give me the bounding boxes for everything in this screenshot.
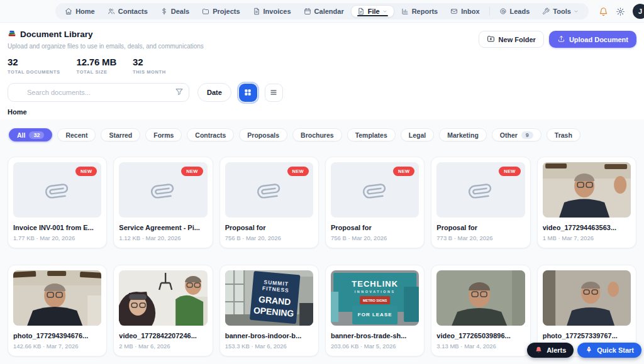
new-badge: NEW [75, 167, 97, 176]
stat-this-month: 32THIS MONTH [133, 57, 166, 75]
grid-view-button[interactable] [239, 84, 257, 102]
document-meta: 1.77 KB · Mar 20, 2026 [13, 234, 101, 241]
upload-document-button[interactable]: Upload Document [549, 31, 636, 48]
main-nav: HomeContactsDealsProjectsInvoicesCalenda… [55, 3, 589, 19]
folder-plus-icon [487, 35, 495, 44]
nav-item-leads[interactable]: Leads [494, 5, 536, 18]
thumbnail-banner-photo: SUMMITFITNESSGRANDOPENING [225, 270, 313, 326]
new-badge: NEW [499, 167, 520, 176]
user-avatar[interactable]: J [633, 4, 644, 19]
nav-item-invoices[interactable]: Invoices [247, 5, 297, 18]
dollar-icon [160, 8, 168, 15]
content-area: All32RecentStarredFormsContractsProposal… [0, 119, 644, 364]
nav-item-contacts[interactable]: Contacts [102, 5, 153, 18]
nav-item-deals[interactable]: Deals [155, 5, 195, 18]
nav-item-tools[interactable]: Tools [536, 5, 585, 18]
document-title: photo_177294394676... [13, 332, 101, 339]
document-card[interactable]: NEWProposal for773 B · Mar 20, 2026 [431, 157, 530, 248]
document-title: video_177265039896... [436, 332, 525, 339]
filter-chip-other[interactable]: Other9 [492, 128, 541, 141]
alert-bell-icon [535, 346, 543, 355]
document-title: Proposal for [331, 224, 419, 231]
thumbnail-photo [13, 270, 101, 326]
document-title: Proposal for [225, 224, 313, 231]
filter-chip-recent[interactable]: Recent [57, 128, 96, 141]
filter-chip-templates[interactable]: Templates [347, 128, 396, 141]
filter-chip-brochures[interactable]: Brochures [292, 128, 342, 141]
document-title: video_177294463563... [543, 224, 631, 231]
document-card[interactable]: SUMMITFITNESSGRANDOPENINGbanner-bros-ind… [219, 265, 319, 356]
filter-funnel-icon[interactable] [175, 87, 184, 96]
thumbnail-photo [543, 162, 631, 218]
leads-icon [499, 8, 507, 15]
nav-item-inbox[interactable]: Inbox [445, 5, 485, 18]
folder-icon [202, 8, 209, 15]
books-icon [8, 29, 16, 40]
alerts-button[interactable]: Alerts [527, 343, 574, 358]
settings-gear-icon[interactable] [616, 7, 625, 16]
document-meta: 153.3 KB · Mar 6, 2026 [225, 343, 313, 350]
document-card[interactable]: NEWService Agreement - Pi...1.12 KB · Ma… [113, 157, 213, 248]
stats-row: 32TOTAL DOCUMENTS12.76 MBTOTAL SIZE32THI… [0, 51, 644, 80]
rocket-icon [585, 346, 593, 355]
breadcrumb[interactable]: Home [0, 102, 644, 119]
nav-item-calendar[interactable]: Calendar [298, 5, 350, 18]
filter-chip-contracts[interactable]: Contracts [187, 128, 234, 141]
thumbnail-photo [119, 270, 207, 326]
reports-icon [401, 8, 409, 15]
document-title: Invoice INV-001 from E... [13, 224, 101, 231]
document-meta: 3.13 MB · Mar 4, 2026 [436, 343, 525, 350]
nav-item-projects[interactable]: Projects [196, 5, 245, 18]
invoice-icon [253, 8, 260, 15]
svg-text:INNOVATIONS: INNOVATIONS [355, 290, 396, 294]
stat-value: 12.76 MB [77, 57, 116, 67]
thumbnail-paperclip: NEW [436, 162, 525, 218]
svg-text:METRO SIGNS: METRO SIGNS [363, 299, 387, 302]
toolbar: Date [0, 80, 644, 102]
calendar-icon [304, 8, 311, 15]
thumbnail-paperclip: NEW [119, 162, 207, 218]
document-card[interactable]: video_177294463563...1 MB · Mar 7, 2026 [537, 157, 636, 248]
stat-label: TOTAL SIZE [77, 69, 116, 75]
nav-item-reports[interactable]: Reports [396, 5, 444, 18]
filter-chip-forms[interactable]: Forms [145, 128, 182, 141]
nav-item-home[interactable]: Home [59, 5, 101, 18]
document-card[interactable]: TECHLINKINNOVATIONSMETRO SIGNSFOR LEASEb… [325, 265, 425, 356]
filter-chips: All32RecentStarredFormsContractsProposal… [0, 128, 644, 141]
page-title: Document Library [8, 29, 204, 40]
filter-chip-starred[interactable]: Starred [101, 128, 140, 141]
top-nav: HomeContactsDealsProjectsInvoicesCalenda… [0, 0, 644, 23]
list-view-button[interactable] [265, 84, 283, 102]
chevron-down-icon [573, 8, 579, 14]
search-input[interactable] [8, 83, 189, 102]
document-title: photo_177257339767... [543, 332, 631, 339]
document-meta: 2 MB · Mar 6, 2026 [119, 343, 207, 350]
document-card[interactable]: NEWInvoice INV-001 from E...1.77 KB · Ma… [8, 157, 107, 248]
filter-chip-all[interactable]: All32 [9, 128, 52, 141]
filter-chip-trash[interactable]: Trash [547, 128, 580, 141]
notifications-bell-icon[interactable] [599, 7, 608, 16]
new-folder-button[interactable]: New Folder [479, 31, 544, 48]
date-filter-button[interactable]: Date [197, 83, 231, 102]
document-card[interactable]: video_177265039896...3.13 MB · Mar 4, 20… [431, 265, 530, 356]
new-badge: NEW [393, 167, 414, 176]
document-title: banner-bros-indoor-b... [225, 332, 313, 339]
thumbnail-photo [436, 270, 525, 326]
filter-chip-legal[interactable]: Legal [401, 128, 434, 141]
tools-icon [542, 8, 550, 15]
document-card[interactable]: NEWProposal for756 B · Mar 20, 2026 [325, 157, 425, 248]
document-card[interactable]: NEWProposal for756 B · Mar 20, 2026 [219, 157, 319, 248]
document-card[interactable]: video_1772842207246...2 MB · Mar 6, 2026 [113, 265, 213, 356]
svg-text:FOR LEASE: FOR LEASE [358, 312, 392, 317]
quick-start-button[interactable]: Quick Start [577, 343, 641, 358]
thumbnail-banner-photo: TECHLINKINNOVATIONSMETRO SIGNSFOR LEASE [331, 270, 419, 326]
nav-right-actions: J [599, 0, 644, 23]
filter-chip-marketing[interactable]: Marketing [439, 128, 487, 141]
document-meta: 142.66 KB · Mar 7, 2026 [13, 343, 101, 350]
nav-item-file[interactable]: File [351, 5, 394, 18]
filter-chip-proposals[interactable]: Proposals [239, 128, 287, 141]
thumbnail-photo [543, 270, 631, 326]
document-card[interactable]: photo_177294394676...142.66 KB · Mar 7, … [8, 265, 107, 356]
thumbnail-paperclip: NEW [331, 162, 419, 218]
document-title: video_1772842207246... [119, 332, 207, 339]
